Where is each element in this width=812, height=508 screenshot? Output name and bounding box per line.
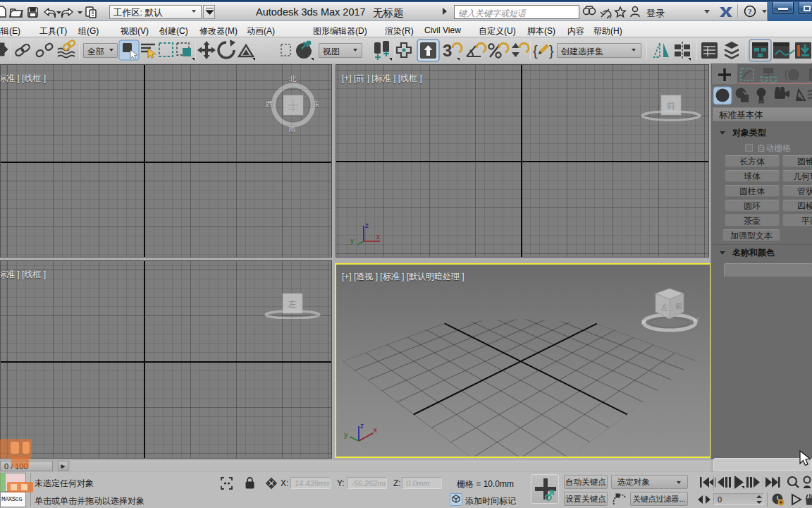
- svg-text:左: 左: [288, 299, 297, 309]
- svg-text:{: {: [533, 43, 538, 59]
- svg-text:z: z: [360, 422, 364, 430]
- svg-text:z: z: [365, 222, 369, 229]
- svg-text:x: x: [374, 426, 377, 434]
- svg-text:?: ?: [748, 7, 752, 16]
- svg-text:左: 左: [661, 303, 668, 311]
- svg-text:前: 前: [667, 101, 675, 111]
- svg-text:y: y: [350, 237, 354, 245]
- svg-text:}: }: [549, 43, 554, 59]
- svg-text:x: x: [376, 233, 380, 241]
- svg-text:前: 前: [675, 302, 682, 310]
- svg-text:3: 3: [443, 41, 452, 60]
- svg-text:y: y: [344, 431, 347, 439]
